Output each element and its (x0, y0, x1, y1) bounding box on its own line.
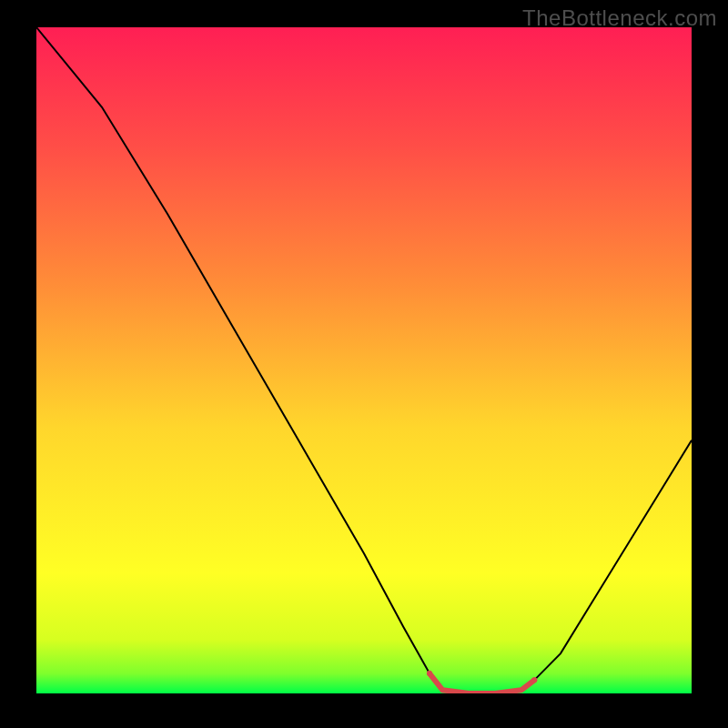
plot-area (36, 27, 692, 693)
gradient-background (36, 27, 692, 693)
chart-frame: TheBottleneck.com (0, 0, 728, 728)
svg-point-0 (427, 671, 432, 676)
svg-point-1 (531, 677, 537, 682)
plot-svg (36, 27, 692, 693)
watermark-text: TheBottleneck.com (522, 5, 717, 31)
